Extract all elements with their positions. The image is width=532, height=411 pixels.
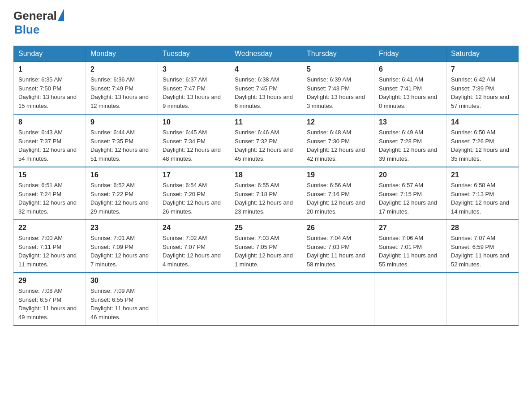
- day-number: 5: [307, 65, 369, 73]
- day-cell-11: 11Sunrise: 6:46 AMSunset: 7:32 PMDayligh…: [230, 114, 302, 167]
- day-number: 28: [451, 224, 514, 232]
- day-cell-7: 7Sunrise: 6:42 AMSunset: 7:39 PMDaylight…: [446, 62, 519, 115]
- day-number: 8: [18, 118, 81, 126]
- page-header: General Blue: [13, 9, 519, 37]
- empty-cell: [158, 273, 230, 325]
- day-number: 11: [235, 118, 297, 126]
- day-cell-18: 18Sunrise: 6:55 AMSunset: 7:18 PMDayligh…: [230, 167, 302, 220]
- week-row-1: 1Sunrise: 6:35 AMSunset: 7:50 PMDaylight…: [14, 62, 519, 115]
- week-row-4: 22Sunrise: 7:00 AMSunset: 7:11 PMDayligh…: [14, 220, 519, 273]
- day-number: 12: [307, 118, 369, 126]
- day-info: Sunrise: 7:09 AMSunset: 6:55 PMDaylight:…: [90, 287, 153, 321]
- day-info: Sunrise: 6:58 AMSunset: 7:13 PMDaylight:…: [451, 181, 514, 216]
- day-info: Sunrise: 6:54 AMSunset: 7:20 PMDaylight:…: [163, 181, 225, 216]
- week-row-3: 15Sunrise: 6:51 AMSunset: 7:24 PMDayligh…: [14, 167, 519, 220]
- day-number: 21: [451, 171, 514, 179]
- day-info: Sunrise: 6:45 AMSunset: 7:34 PMDaylight:…: [163, 128, 225, 163]
- day-number: 17: [163, 171, 225, 179]
- logo-blue-text: Blue: [14, 23, 64, 37]
- weekday-header-wednesday: Wednesday: [230, 46, 302, 62]
- day-cell-20: 20Sunrise: 6:57 AMSunset: 7:15 PMDayligh…: [374, 167, 446, 220]
- day-number: 26: [307, 224, 369, 232]
- day-info: Sunrise: 7:02 AMSunset: 7:07 PMDaylight:…: [163, 234, 225, 269]
- day-info: Sunrise: 6:37 AMSunset: 7:47 PMDaylight:…: [163, 75, 225, 110]
- day-info: Sunrise: 6:56 AMSunset: 7:16 PMDaylight:…: [307, 181, 369, 216]
- day-number: 15: [18, 171, 81, 179]
- week-row-2: 8Sunrise: 6:43 AMSunset: 7:37 PMDaylight…: [14, 114, 519, 167]
- day-info: Sunrise: 6:48 AMSunset: 7:30 PMDaylight:…: [307, 128, 369, 163]
- day-number: 18: [235, 171, 297, 179]
- day-info: Sunrise: 6:35 AMSunset: 7:50 PMDaylight:…: [18, 75, 81, 110]
- day-number: 4: [235, 65, 297, 73]
- empty-cell: [302, 273, 374, 325]
- day-cell-25: 25Sunrise: 7:03 AMSunset: 7:05 PMDayligh…: [230, 220, 302, 273]
- day-cell-30: 30Sunrise: 7:09 AMSunset: 6:55 PMDayligh…: [86, 273, 158, 325]
- week-row-5: 29Sunrise: 7:08 AMSunset: 6:57 PMDayligh…: [14, 273, 519, 325]
- day-cell-12: 12Sunrise: 6:48 AMSunset: 7:30 PMDayligh…: [302, 114, 374, 167]
- day-info: Sunrise: 7:08 AMSunset: 6:57 PMDaylight:…: [18, 287, 81, 321]
- day-info: Sunrise: 6:46 AMSunset: 7:32 PMDaylight:…: [235, 128, 297, 163]
- day-info: Sunrise: 6:52 AMSunset: 7:22 PMDaylight:…: [90, 181, 153, 216]
- day-cell-17: 17Sunrise: 6:54 AMSunset: 7:20 PMDayligh…: [158, 167, 230, 220]
- day-number: 1: [18, 65, 81, 73]
- day-info: Sunrise: 7:00 AMSunset: 7:11 PMDaylight:…: [18, 234, 81, 269]
- day-cell-27: 27Sunrise: 7:06 AMSunset: 7:01 PMDayligh…: [374, 220, 446, 273]
- day-info: Sunrise: 6:41 AMSunset: 7:41 PMDaylight:…: [379, 75, 442, 110]
- day-number: 10: [163, 118, 225, 126]
- weekday-header-tuesday: Tuesday: [158, 46, 230, 62]
- day-info: Sunrise: 6:38 AMSunset: 7:45 PMDaylight:…: [235, 75, 297, 110]
- day-number: 6: [379, 65, 442, 73]
- day-number: 16: [90, 171, 153, 179]
- day-cell-28: 28Sunrise: 7:07 AMSunset: 6:59 PMDayligh…: [446, 220, 519, 273]
- day-number: 24: [163, 224, 225, 232]
- day-cell-9: 9Sunrise: 6:44 AMSunset: 7:35 PMDaylight…: [86, 114, 158, 167]
- day-info: Sunrise: 6:57 AMSunset: 7:15 PMDaylight:…: [379, 181, 442, 216]
- day-info: Sunrise: 6:55 AMSunset: 7:18 PMDaylight:…: [235, 181, 297, 216]
- day-info: Sunrise: 6:43 AMSunset: 7:37 PMDaylight:…: [18, 128, 81, 163]
- day-cell-3: 3Sunrise: 6:37 AMSunset: 7:47 PMDaylight…: [158, 62, 230, 115]
- weekday-header-thursday: Thursday: [302, 46, 374, 62]
- day-cell-26: 26Sunrise: 7:04 AMSunset: 7:03 PMDayligh…: [302, 220, 374, 273]
- day-info: Sunrise: 7:07 AMSunset: 6:59 PMDaylight:…: [451, 234, 514, 269]
- day-number: 23: [90, 224, 153, 232]
- day-info: Sunrise: 7:04 AMSunset: 7:03 PMDaylight:…: [307, 234, 369, 269]
- day-info: Sunrise: 6:42 AMSunset: 7:39 PMDaylight:…: [451, 75, 514, 110]
- day-cell-16: 16Sunrise: 6:52 AMSunset: 7:22 PMDayligh…: [86, 167, 158, 220]
- day-cell-15: 15Sunrise: 6:51 AMSunset: 7:24 PMDayligh…: [14, 167, 86, 220]
- day-cell-24: 24Sunrise: 7:02 AMSunset: 7:07 PMDayligh…: [158, 220, 230, 273]
- day-info: Sunrise: 6:44 AMSunset: 7:35 PMDaylight:…: [90, 128, 153, 163]
- day-number: 14: [451, 118, 514, 126]
- day-cell-13: 13Sunrise: 6:49 AMSunset: 7:28 PMDayligh…: [374, 114, 446, 167]
- day-cell-4: 4Sunrise: 6:38 AMSunset: 7:45 PMDaylight…: [230, 62, 302, 115]
- day-number: 22: [18, 224, 81, 232]
- weekday-header-sunday: Sunday: [14, 46, 86, 62]
- empty-cell: [230, 273, 302, 325]
- day-number: 29: [18, 277, 81, 285]
- day-cell-23: 23Sunrise: 7:01 AMSunset: 7:09 PMDayligh…: [86, 220, 158, 273]
- logo-general-text: General: [13, 9, 57, 23]
- day-info: Sunrise: 6:49 AMSunset: 7:28 PMDaylight:…: [379, 128, 442, 163]
- empty-cell: [374, 273, 446, 325]
- logo: General Blue: [13, 9, 64, 37]
- day-number: 20: [379, 171, 442, 179]
- day-number: 7: [451, 65, 514, 73]
- logo-triangle-icon: [58, 9, 64, 21]
- day-info: Sunrise: 7:01 AMSunset: 7:09 PMDaylight:…: [90, 234, 153, 269]
- day-info: Sunrise: 7:03 AMSunset: 7:05 PMDaylight:…: [235, 234, 297, 269]
- calendar-table: SundayMondayTuesdayWednesdayThursdayFrid…: [13, 46, 519, 326]
- weekday-header-row: SundayMondayTuesdayWednesdayThursdayFrid…: [14, 46, 519, 62]
- day-info: Sunrise: 6:36 AMSunset: 7:49 PMDaylight:…: [90, 75, 153, 110]
- day-cell-8: 8Sunrise: 6:43 AMSunset: 7:37 PMDaylight…: [14, 114, 86, 167]
- day-number: 27: [379, 224, 442, 232]
- weekday-header-friday: Friday: [374, 46, 446, 62]
- day-cell-14: 14Sunrise: 6:50 AMSunset: 7:26 PMDayligh…: [446, 114, 519, 167]
- weekday-header-monday: Monday: [86, 46, 158, 62]
- weekday-header-saturday: Saturday: [446, 46, 519, 62]
- day-cell-10: 10Sunrise: 6:45 AMSunset: 7:34 PMDayligh…: [158, 114, 230, 167]
- day-cell-22: 22Sunrise: 7:00 AMSunset: 7:11 PMDayligh…: [14, 220, 86, 273]
- day-cell-29: 29Sunrise: 7:08 AMSunset: 6:57 PMDayligh…: [14, 273, 86, 325]
- day-info: Sunrise: 6:50 AMSunset: 7:26 PMDaylight:…: [451, 128, 514, 163]
- day-number: 13: [379, 118, 442, 126]
- day-info: Sunrise: 7:06 AMSunset: 7:01 PMDaylight:…: [379, 234, 442, 269]
- day-number: 3: [163, 65, 225, 73]
